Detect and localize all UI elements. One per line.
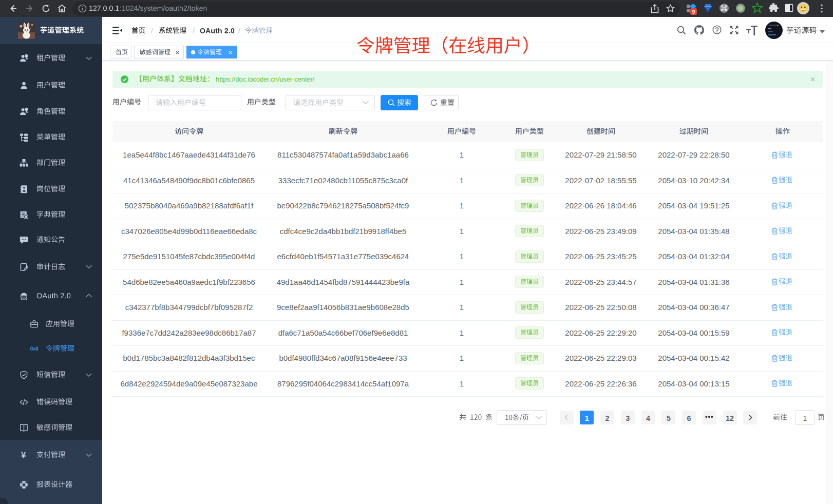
svg-text:9: 9 (692, 9, 695, 15)
svg-text:A: A (33, 347, 35, 351)
